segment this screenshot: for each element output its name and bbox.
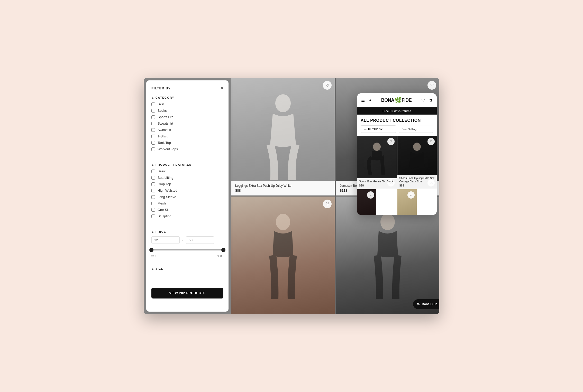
mobile-product-price-2: $68 [399, 184, 435, 187]
category-label-socks: Socks [158, 109, 167, 113]
category-checkbox-tshirt[interactable] [151, 135, 155, 138]
filter-close-button[interactable]: × [221, 86, 223, 91]
size-section-header[interactable]: ▲ SIZE [151, 267, 223, 270]
feature-item-high-waisted[interactable]: High Waisted [151, 189, 223, 192]
svg-point-0 [275, 94, 291, 112]
category-checkbox-tank-top[interactable] [151, 141, 155, 145]
category-item-sweatshirt[interactable]: Sweatshirt [151, 122, 223, 125]
search-icon[interactable]: ⚲ [368, 98, 371, 103]
feature-item-sculpting[interactable]: Sculpting [151, 214, 223, 218]
feature-checkbox-sculpting[interactable] [151, 214, 155, 218]
feature-item-basic[interactable]: Basic [151, 169, 223, 173]
category-label-sweatshirt: Sweatshirt [158, 122, 173, 125]
size-chevron-icon: ▲ [151, 267, 154, 270]
price-section-header[interactable]: ▲ PRICE [151, 230, 223, 233]
feature-checkbox-long-sleeve[interactable] [151, 195, 155, 199]
product-card-1[interactable]: ♡ Leggings Extra Sex Push-Up Juicy White… [231, 78, 335, 195]
brand-suffix: FIDE [402, 98, 412, 103]
category-label-workout-tops: Workout Tops [158, 147, 178, 151]
mobile-wishlist-4[interactable]: ♡ [407, 191, 415, 199]
category-checkbox-workout-tops[interactable] [151, 147, 155, 151]
mobile-product-card-3[interactable]: ♡ [357, 189, 376, 215]
mobile-filter-bar: ☰ FILTER BY Best Selling Price: Low to H… [357, 125, 437, 136]
feature-label-mesh: Mesh [158, 201, 166, 205]
category-label-swimsuit: Swimsuit [158, 128, 171, 132]
wishlist-button-1[interactable]: ♡ [323, 81, 332, 90]
mobile-product-info-1: Sports Bras Gemini Top Black $58 [357, 178, 397, 189]
mobile-product-card-4[interactable]: ♡ [397, 189, 417, 215]
category-label-sports-bra: Sports Bra [158, 115, 173, 119]
category-section-title: CATEGORY [156, 96, 174, 99]
mobile-wishlist-1[interactable]: ♡ [387, 138, 395, 145]
heart-icon[interactable]: ♡ [421, 98, 425, 103]
svg-point-3 [380, 214, 395, 230]
mobile-sort-select[interactable]: Best Selling Price: Low to High Price: H… [399, 126, 433, 133]
feature-label-butt-lifting: Butt Lifting [158, 176, 173, 180]
feature-checkbox-high-waisted[interactable] [151, 189, 155, 192]
mobile-wishlist-2[interactable]: ♡ [427, 138, 435, 145]
view-products-button[interactable]: VIEW 282 PRODUCTS [151, 288, 223, 298]
category-label-tshirt: T-Shirt [158, 134, 167, 138]
product-features-title: PRODUCT FEATURES [156, 163, 192, 166]
category-section-header[interactable]: ▲ CATEGORY [151, 96, 223, 99]
product-card-3[interactable]: ♡ [231, 197, 335, 314]
feature-item-crop-top[interactable]: Crop Top [151, 182, 223, 186]
feature-checkbox-one-size[interactable] [151, 208, 155, 212]
category-section: ▲ CATEGORY Skirt Socks Sports Bra [151, 96, 223, 158]
price-separator: - [182, 238, 183, 242]
mobile-wishlist-3[interactable]: ♡ [367, 191, 374, 199]
filter-sidebar: FILTER BY × ▲ CATEGORY Skirt Socks [146, 80, 229, 312]
category-item-socks[interactable]: Socks [151, 109, 223, 113]
category-label-tank-top: Tank Top [158, 141, 171, 145]
category-checkbox-skirt[interactable] [151, 102, 155, 106]
bona-club-label: Bona Club [422, 302, 437, 306]
category-checkbox-sports-bra[interactable] [151, 115, 155, 119]
filter-list-icon: ☰ [364, 127, 367, 131]
feature-label-crop-top: Crop Top [158, 182, 171, 186]
mobile-logo: BONA 🌿 FIDE [381, 97, 412, 104]
category-checkbox-socks[interactable] [151, 109, 155, 113]
range-thumb-min[interactable] [149, 248, 153, 252]
product-features-section: ▲ PRODUCT FEATURES Basic Butt Lifting Cr… [151, 163, 223, 225]
price-min-input[interactable] [151, 236, 180, 244]
product-price-1: $88 [235, 189, 331, 192]
svg-point-6 [413, 143, 421, 151]
category-item-tank-top[interactable]: Tank Top [151, 141, 223, 145]
mobile-filter-button[interactable]: ☰ FILTER BY [361, 125, 396, 133]
mobile-filter-label: FILTER BY [368, 128, 382, 131]
cart-icon[interactable]: 🛍 [429, 98, 433, 102]
feature-checkbox-mesh[interactable] [151, 202, 155, 205]
mobile-product-price-1: $58 [359, 184, 395, 187]
category-label-skirt: Skirt [158, 102, 164, 106]
category-chevron-icon: ▲ [151, 96, 154, 99]
feature-item-mesh[interactable]: Mesh [151, 201, 223, 205]
filter-header: FILTER BY × [151, 86, 223, 91]
category-item-tshirt[interactable]: T-Shirt [151, 134, 223, 138]
mobile-product-name-2: Shorts Bona Cycling Extra Sex Corsage Bl… [399, 176, 435, 183]
feature-item-long-sleeve[interactable]: Long Sleeve [151, 195, 223, 199]
category-checkbox-swimsuit[interactable] [151, 128, 155, 132]
hamburger-icon[interactable]: ☰ [361, 98, 365, 103]
mobile-product-info-2: Shorts Bona Cycling Extra Sex Corsage Bl… [397, 175, 437, 189]
feature-item-butt-lifting[interactable]: Butt Lifting [151, 176, 223, 180]
size-section: ▲ SIZE [151, 267, 223, 277]
product-features-header[interactable]: ▲ PRODUCT FEATURES [151, 163, 223, 166]
mobile-product-card-2[interactable]: ♡ 🛍 Shorts Bona Cycling Extra Sex Corsag… [397, 136, 437, 189]
wishlist-button-2[interactable]: ♡ [427, 81, 436, 90]
price-chevron-icon: ▲ [151, 230, 154, 233]
category-item-sports-bra[interactable]: Sports Bra [151, 115, 223, 119]
feature-checkbox-butt-lifting[interactable] [151, 176, 155, 180]
feature-checkbox-basic[interactable] [151, 170, 155, 173]
feature-item-one-size[interactable]: One Size [151, 208, 223, 212]
mobile-product-card-1[interactable]: ♡ 🛍 Sports Bras Gemini Top Black $58 [357, 136, 397, 189]
category-item-swimsuit[interactable]: Swimsuit [151, 128, 223, 132]
features-chevron-icon: ▲ [151, 163, 154, 166]
feature-checkbox-crop-top[interactable] [151, 182, 155, 186]
category-item-skirt[interactable]: Skirt [151, 102, 223, 106]
category-checkbox-sweatshirt[interactable] [151, 122, 155, 125]
bona-club-button[interactable]: 🛍 Bona Club [413, 299, 439, 309]
wishlist-button-3[interactable]: ♡ [323, 200, 332, 208]
category-item-workout-tops[interactable]: Workout Tops [151, 147, 223, 151]
range-thumb-max[interactable] [221, 248, 225, 252]
price-max-input[interactable] [186, 236, 214, 244]
